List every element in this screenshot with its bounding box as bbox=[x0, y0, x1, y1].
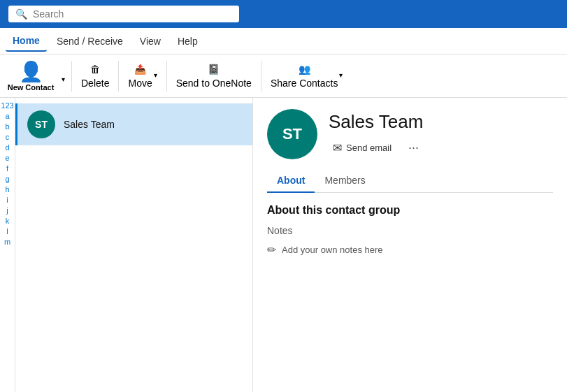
index-item-i[interactable]: i bbox=[5, 195, 9, 205]
toolbar-separator-4 bbox=[261, 61, 261, 92]
share-contacts-button[interactable]: 👥 Share Contacts ▾ bbox=[265, 61, 349, 92]
index-item-b[interactable]: b bbox=[3, 122, 10, 131]
detail-name: Sales Team bbox=[329, 111, 423, 133]
menu-bar: Home Send / Receive View Help bbox=[0, 28, 567, 55]
new-contact-icon: 👤 bbox=[19, 60, 43, 83]
new-contact-arrow-icon: ▾ bbox=[59, 75, 68, 96]
move-icon: 📤 bbox=[134, 64, 146, 75]
detail-actions: ✉ Send email ··· bbox=[329, 138, 423, 157]
toolbar-separator-3 bbox=[166, 61, 167, 92]
tab-members[interactable]: Members bbox=[315, 169, 375, 193]
index-item-f[interactable]: f bbox=[5, 164, 10, 173]
index-item-k[interactable]: k bbox=[4, 216, 11, 226]
about-section-title: About this contact group bbox=[267, 204, 553, 217]
toolbar: 👤 New Contact ▾ 🗑 Delete 📤 Move ▾ 📓 Send… bbox=[0, 55, 567, 98]
detail-avatar: ST bbox=[267, 109, 317, 159]
index-item-d[interactable]: d bbox=[3, 143, 10, 152]
send-to-onenote-button[interactable]: 📓 Send to OneNote bbox=[171, 61, 257, 92]
move-arrow-icon: ▾ bbox=[154, 71, 157, 89]
move-label: Move bbox=[128, 78, 152, 89]
contact-item-sales-team[interactable]: ST Sales Team bbox=[15, 103, 252, 145]
onenote-icon: 📓 bbox=[208, 64, 220, 75]
index-item-m[interactable]: m bbox=[3, 237, 12, 247]
menu-view[interactable]: View bbox=[133, 31, 168, 51]
edit-icon: ✏ bbox=[267, 243, 276, 256]
index-item-c[interactable]: c bbox=[4, 132, 11, 142]
contact-name-sales-team: Sales Team bbox=[64, 119, 115, 130]
detail-tabs: About Members bbox=[267, 169, 553, 193]
index-item-e[interactable]: e bbox=[3, 153, 10, 163]
index-item-g[interactable]: g bbox=[3, 174, 10, 184]
new-contact-button[interactable]: 👤 New Contact ▾ bbox=[3, 57, 68, 96]
search-box[interactable]: 🔍 bbox=[8, 6, 239, 22]
send-email-icon: ✉ bbox=[333, 141, 342, 154]
delete-button[interactable]: 🗑 Delete bbox=[76, 61, 115, 92]
send-email-button[interactable]: ✉ Send email bbox=[329, 138, 396, 157]
index-item-l[interactable]: l bbox=[5, 226, 9, 236]
delete-label: Delete bbox=[81, 78, 109, 89]
title-bar: 🔍 bbox=[0, 0, 567, 28]
index-sidebar: 123 a b c d e f g h i j k l m bbox=[0, 98, 15, 392]
index-item-a[interactable]: a bbox=[3, 111, 10, 121]
tab-about[interactable]: About bbox=[267, 169, 315, 193]
index-item-h[interactable]: h bbox=[3, 184, 10, 194]
menu-send-receive[interactable]: Send / Receive bbox=[50, 31, 130, 51]
detail-info: Sales Team ✉ Send email ··· bbox=[329, 111, 423, 157]
send-email-label: Send email bbox=[346, 143, 392, 153]
send-to-onenote-label: Send to OneNote bbox=[176, 78, 252, 89]
share-contacts-arrow-icon: ▾ bbox=[339, 71, 343, 89]
main-area: 123 a b c d e f g h i j k l m ST Sales T… bbox=[0, 98, 567, 392]
toolbar-separator-2 bbox=[118, 61, 119, 92]
delete-icon: 🗑 bbox=[90, 64, 100, 75]
share-contacts-icon: 👥 bbox=[299, 64, 310, 75]
contact-avatar-sales-team: ST bbox=[27, 110, 55, 138]
more-options-button[interactable]: ··· bbox=[404, 139, 423, 157]
search-input[interactable] bbox=[33, 8, 232, 20]
share-contacts-label: Share Contacts bbox=[271, 78, 338, 89]
search-icon: 🔍 bbox=[15, 8, 27, 20]
move-button[interactable]: 📤 Move ▾ bbox=[122, 61, 162, 92]
detail-panel: ST Sales Team ✉ Send email ··· About Mem… bbox=[253, 98, 567, 392]
toolbar-separator-1 bbox=[71, 61, 72, 92]
menu-help[interactable]: Help bbox=[171, 31, 205, 51]
contact-list: ST Sales Team bbox=[15, 98, 253, 392]
notes-field[interactable]: ✏ Add your own notes here bbox=[267, 240, 553, 259]
detail-header: ST Sales Team ✉ Send email ··· bbox=[267, 109, 553, 159]
index-item-j[interactable]: j bbox=[5, 205, 9, 215]
notes-label: Notes bbox=[267, 225, 553, 236]
notes-placeholder: Add your own notes here bbox=[282, 245, 383, 255]
menu-home[interactable]: Home bbox=[6, 31, 47, 52]
index-item-123[interactable]: 123 bbox=[0, 101, 15, 110]
new-contact-label: New Contact bbox=[8, 83, 55, 92]
